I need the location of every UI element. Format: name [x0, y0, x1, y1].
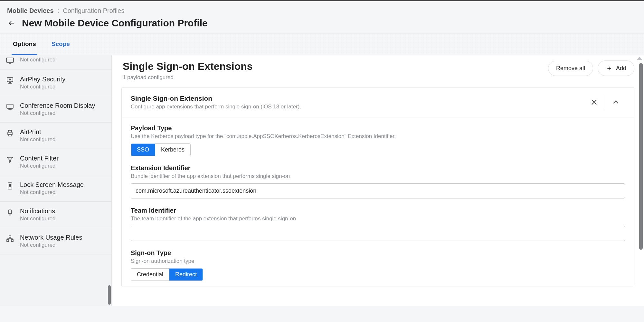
- breadcrumb: Mobile Devices : Configuration Profiles: [7, 7, 637, 14]
- sidebar-item-status: Not configured: [20, 136, 56, 143]
- filter-icon: [6, 155, 14, 164]
- svg-rect-8: [9, 186, 11, 187]
- collapse-payload-button[interactable]: [606, 95, 625, 110]
- extension-id-input[interactable]: [131, 183, 625, 198]
- sidebar-item-label: Content Filter: [20, 155, 59, 162]
- close-icon: [591, 99, 598, 106]
- sidebar-item-partial[interactable]: Not configured: [0, 55, 111, 70]
- network-icon: [6, 235, 14, 243]
- svg-point-2: [9, 79, 11, 80]
- cast-icon: [6, 57, 14, 65]
- extension-id-label: Extension Identifier: [131, 164, 625, 172]
- signon-type-redirect[interactable]: Redirect: [169, 269, 203, 281]
- svg-rect-9: [9, 236, 11, 238]
- sidebar-item-network-usage[interactable]: Network Usage Rules Not configured: [0, 228, 111, 254]
- arrow-left-icon: [8, 19, 15, 27]
- bell-icon: [6, 208, 14, 216]
- add-button-label: Add: [616, 65, 626, 72]
- sidebar-item-status: Not configured: [20, 84, 65, 90]
- sidebar-scrollbar[interactable]: [108, 285, 111, 305]
- svg-rect-5: [8, 130, 12, 132]
- chevron-up-icon: [612, 99, 619, 106]
- printer-icon: [6, 129, 14, 137]
- signon-type-label: Sign-on Type: [131, 249, 625, 257]
- team-id-input[interactable]: [131, 226, 625, 241]
- payload-type-kerberos[interactable]: Kerberos: [155, 144, 190, 156]
- team-id-label: Team Identifier: [131, 207, 625, 214]
- add-button[interactable]: ＋ Add: [598, 60, 634, 76]
- signon-type-segmented: Credential Redirect: [131, 268, 203, 281]
- sidebar-item-status: Not configured: [20, 57, 56, 63]
- svg-rect-6: [9, 134, 11, 136]
- sidebar-item-status: Not configured: [20, 110, 95, 116]
- plus-icon: ＋: [606, 65, 613, 72]
- breadcrumb-parent[interactable]: Mobile Devices: [7, 7, 54, 14]
- delete-payload-button[interactable]: [585, 95, 603, 110]
- scroll-up-indicator-icon: [637, 57, 642, 60]
- extension-id-hint: Bundle identifier of the app extension t…: [131, 173, 625, 179]
- sidebar-item-status: Not configured: [20, 242, 82, 248]
- breadcrumb-child[interactable]: Configuration Profiles: [63, 7, 124, 14]
- signon-type-credential[interactable]: Credential: [131, 269, 169, 281]
- tab-scope[interactable]: Scope: [50, 33, 71, 55]
- team-id-hint: The team identifier of the app extension…: [131, 216, 625, 222]
- sidebar-item-status: Not configured: [20, 189, 84, 196]
- sidebar-item-label: Lock Screen Message: [20, 181, 84, 189]
- divider: [605, 95, 605, 110]
- sidebar-item-lock-screen[interactable]: Lock Screen Message Not configured: [0, 175, 111, 202]
- content-scrollbar[interactable]: [639, 63, 643, 250]
- payload-type-segmented: SSO Kerberos: [131, 143, 191, 156]
- payload-type-hint: Use the Kerberos payload type for the "c…: [131, 133, 625, 140]
- sidebar-item-notifications[interactable]: Notifications Not configured: [0, 202, 111, 228]
- tab-bar: Options Scope: [0, 33, 644, 55]
- card-subtitle: Configure app extensions that perform si…: [131, 104, 585, 110]
- svg-rect-1: [7, 78, 13, 82]
- svg-rect-7: [8, 183, 12, 189]
- svg-rect-11: [11, 240, 13, 242]
- section-title: Single Sign-on Extensions: [123, 60, 253, 72]
- page-title: New Mobile Device Configuration Profile: [22, 18, 208, 29]
- sidebar-item-label: Notifications: [20, 207, 56, 215]
- sidebar-item-conference-room[interactable]: Conference Room Display Not configured: [0, 96, 111, 123]
- lock-phone-icon: [6, 182, 14, 190]
- svg-rect-10: [7, 240, 9, 242]
- sidebar[interactable]: Not configured AirPlay Security Not conf…: [0, 55, 112, 306]
- back-button[interactable]: [7, 19, 16, 28]
- sidebar-item-content-filter[interactable]: Content Filter Not configured: [0, 149, 111, 175]
- sidebar-item-airprint[interactable]: AirPrint Not configured: [0, 123, 111, 149]
- payload-type-sso[interactable]: SSO: [131, 144, 155, 156]
- remove-all-button[interactable]: Remove all: [548, 61, 593, 76]
- sidebar-item-airplay-security[interactable]: AirPlay Security Not configured: [0, 70, 111, 96]
- airplay-lock-icon: [6, 76, 14, 85]
- sidebar-item-label: Conference Room Display: [20, 102, 95, 109]
- sidebar-item-label: Network Usage Rules: [20, 234, 82, 241]
- sidebar-item-label: AirPrint: [20, 128, 56, 136]
- section-subtitle: 1 payload configured: [123, 74, 253, 81]
- svg-rect-0: [6, 58, 14, 62]
- payload-card: Single Sign-on Extension Configure app e…: [121, 87, 634, 286]
- svg-rect-3: [7, 104, 13, 108]
- sidebar-item-status: Not configured: [20, 216, 56, 222]
- tab-options[interactable]: Options: [12, 33, 37, 55]
- payload-type-label: Payload Type: [131, 124, 625, 132]
- sidebar-item-label: AirPlay Security: [20, 76, 65, 83]
- card-title: Single Sign-on Extension: [131, 95, 585, 102]
- breadcrumb-separator: :: [57, 7, 59, 14]
- signon-type-hint: Sign-on authorization type: [131, 258, 625, 264]
- sidebar-item-status: Not configured: [20, 163, 59, 169]
- display-icon: [6, 103, 14, 111]
